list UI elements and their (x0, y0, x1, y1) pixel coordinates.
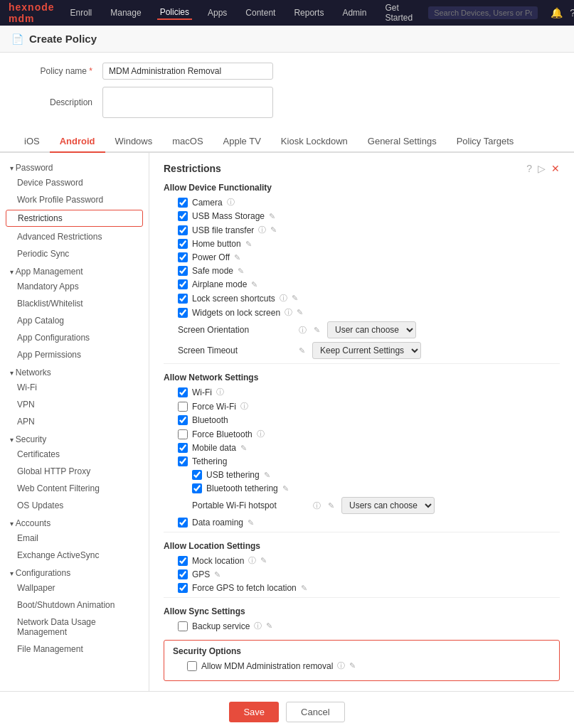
screen-orientation-select[interactable]: User can choose Portrait Landscape (327, 321, 416, 338)
backup-service-edit-icon[interactable]: ✎ (266, 621, 272, 631)
nav-content[interactable]: Content (243, 6, 278, 19)
portable-wifi-select[interactable]: Users can choose Enable Disable (341, 497, 435, 514)
screen-timeout-edit-icon[interactable]: ✎ (299, 346, 305, 355)
data-roaming-edit-icon[interactable]: ✎ (248, 518, 254, 528)
nav-reports[interactable]: Reports (291, 6, 326, 19)
force-wifi-info-icon[interactable]: ⓘ (240, 401, 248, 412)
sidebar-item-web-content-filtering[interactable]: Web Content Filtering (0, 480, 149, 497)
sidebar-item-advanced-restrictions[interactable]: Advanced Restrictions (0, 228, 149, 245)
sidebar-item-wallpaper[interactable]: Wallpaper (0, 579, 149, 596)
backup-service-checkbox[interactable] (178, 621, 188, 631)
mock-location-edit-icon[interactable]: ✎ (260, 556, 267, 565)
force-gps-checkbox[interactable] (178, 583, 188, 593)
lock-screen-shortcuts-info-icon[interactable]: ⓘ (280, 293, 287, 304)
safe-mode-edit-icon[interactable]: ✎ (238, 267, 244, 276)
force-bluetooth-info-icon[interactable]: ⓘ (257, 429, 265, 439)
tab-kiosk-lockdown[interactable]: Kiosk Lockdown (271, 131, 358, 153)
sidebar-item-wifi[interactable]: Wi-Fi (0, 379, 149, 396)
nav-get-started[interactable]: Get Started (382, 1, 415, 24)
nav-apps[interactable]: Apps (205, 6, 230, 19)
safe-mode-checkbox[interactable] (178, 266, 188, 276)
sidebar-group-app-management[interactable]: App Management (0, 262, 149, 278)
sidebar-item-certificates[interactable]: Certificates (0, 446, 149, 463)
tab-appletv[interactable]: Apple TV (213, 131, 271, 153)
sidebar-item-network-data-usage[interactable]: Network Data Usage Management (0, 614, 149, 641)
airplane-mode-checkbox[interactable] (178, 279, 188, 289)
close-section-icon[interactable]: ✕ (551, 163, 560, 174)
portable-wifi-edit-icon[interactable]: ✎ (328, 501, 334, 510)
sidebar-group-password[interactable]: Password (0, 159, 149, 174)
sidebar-item-email[interactable]: Email (0, 530, 149, 547)
force-gps-edit-icon[interactable]: ✎ (301, 584, 307, 593)
screen-orientation-info-icon[interactable]: ⓘ (299, 325, 307, 336)
usb-mass-storage-edit-icon[interactable]: ✎ (269, 212, 275, 221)
sidebar-item-work-profile-password[interactable]: Work Profile Password (0, 191, 149, 208)
sidebar-item-periodic-sync[interactable]: Periodic Sync (0, 245, 149, 262)
mock-location-info-icon[interactable]: ⓘ (248, 555, 256, 566)
usb-file-transfer-edit-icon[interactable]: ✎ (270, 225, 277, 235)
mock-location-checkbox[interactable] (178, 556, 188, 566)
tab-ios[interactable]: iOS (14, 131, 50, 153)
sidebar-group-accounts[interactable]: Accounts (0, 514, 149, 530)
sidebar-group-configurations[interactable]: Configurations (0, 564, 149, 579)
usb-tethering-edit-icon[interactable]: ✎ (264, 471, 270, 480)
bell-icon[interactable]: 🔔 (551, 7, 563, 18)
play-icon[interactable]: ▷ (538, 163, 546, 174)
sidebar-item-restrictions[interactable]: Restrictions (6, 210, 143, 227)
screen-orientation-edit-icon[interactable]: ✎ (314, 326, 320, 335)
tab-windows[interactable]: Windows (105, 131, 163, 153)
power-off-edit-icon[interactable]: ✎ (234, 253, 240, 262)
usb-file-transfer-checkbox[interactable] (178, 225, 188, 235)
data-roaming-checkbox[interactable] (178, 518, 188, 528)
allow-mdm-removal-info-icon[interactable]: ⓘ (337, 660, 345, 671)
force-bluetooth-checkbox[interactable] (178, 429, 188, 439)
screen-timeout-select[interactable]: Keep Current Settings 15 seconds 30 seco… (312, 342, 421, 359)
allow-mdm-removal-edit-icon[interactable]: ✎ (349, 661, 356, 670)
allow-mdm-removal-checkbox[interactable] (187, 661, 197, 671)
mobile-data-edit-icon[interactable]: ✎ (240, 444, 247, 453)
tab-general-settings[interactable]: General Settings (358, 131, 447, 153)
home-button-checkbox[interactable] (178, 239, 188, 249)
home-button-edit-icon[interactable]: ✎ (245, 240, 252, 249)
description-input[interactable] (102, 87, 273, 118)
tab-android[interactable]: Android (50, 131, 105, 153)
camera-info-icon[interactable]: ⓘ (227, 197, 235, 208)
search-input[interactable] (428, 6, 538, 19)
bluetooth-tethering-edit-icon[interactable]: ✎ (282, 484, 289, 493)
sidebar-item-app-permissions[interactable]: App Permissions (0, 346, 149, 363)
usb-tethering-checkbox[interactable] (192, 470, 202, 480)
camera-checkbox[interactable] (178, 198, 188, 208)
nav-admin[interactable]: Admin (339, 6, 369, 19)
nav-manage[interactable]: Manage (107, 6, 144, 19)
lock-screen-shortcuts-checkbox[interactable] (178, 294, 188, 304)
sidebar-item-global-http-proxy[interactable]: Global HTTP Proxy (0, 463, 149, 480)
help-section-icon[interactable]: ? (526, 163, 532, 174)
sidebar-item-os-updates[interactable]: OS Updates (0, 497, 149, 514)
sidebar-item-mandatory-apps[interactable]: Mandatory Apps (0, 278, 149, 295)
force-wifi-checkbox[interactable] (178, 402, 188, 412)
sidebar-item-vpn[interactable]: VPN (0, 396, 149, 413)
sidebar-item-device-password[interactable]: Device Password (0, 174, 149, 191)
help-icon[interactable]: ? (570, 7, 574, 18)
wifi-checkbox[interactable] (178, 387, 188, 397)
backup-service-info-icon[interactable]: ⓘ (254, 621, 262, 631)
cancel-button[interactable]: Cancel (286, 702, 344, 722)
bluetooth-tethering-checkbox[interactable] (192, 483, 202, 493)
airplane-mode-edit-icon[interactable]: ✎ (251, 280, 257, 289)
portable-wifi-info-icon[interactable]: ⓘ (313, 500, 321, 511)
sidebar-item-app-configurations[interactable]: App Configurations (0, 329, 149, 346)
gps-edit-icon[interactable]: ✎ (214, 570, 220, 579)
tab-policy-targets[interactable]: Policy Targets (447, 131, 524, 153)
widgets-lock-screen-edit-icon[interactable]: ✎ (297, 308, 303, 317)
save-button[interactable]: Save (229, 702, 279, 722)
usb-mass-storage-checkbox[interactable] (178, 211, 188, 221)
sidebar-item-apn[interactable]: APN (0, 413, 149, 430)
usb-file-transfer-info-icon[interactable]: ⓘ (258, 225, 266, 235)
tab-macos[interactable]: macOS (162, 131, 213, 153)
sidebar-item-file-management[interactable]: File Management (0, 641, 149, 658)
sidebar-item-app-catalog[interactable]: App Catalog (0, 312, 149, 329)
sidebar-item-boot-shutdown-animation[interactable]: Boot/Shutdown Animation (0, 596, 149, 614)
widgets-lock-screen-checkbox[interactable] (178, 308, 188, 318)
wifi-info-icon[interactable]: ⓘ (216, 387, 224, 397)
power-off-checkbox[interactable] (178, 252, 188, 262)
